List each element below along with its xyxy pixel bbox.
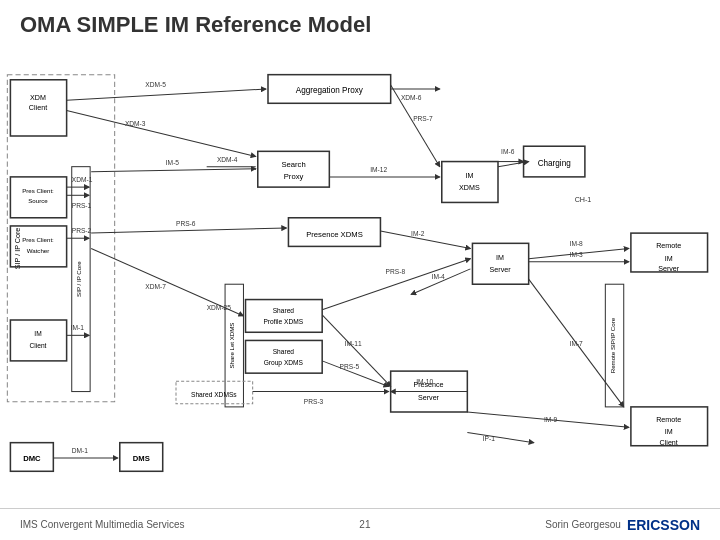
svg-text:IM-10: IM-10	[416, 378, 433, 385]
svg-text:DMC: DMC	[23, 454, 41, 463]
footer-center: 21	[359, 519, 370, 530]
svg-text:Presence XDMS: Presence XDMS	[306, 230, 363, 239]
footer: IMS Convergent Multimedia Services 21 So…	[0, 508, 720, 540]
svg-text:Client: Client	[29, 104, 47, 112]
svg-text:Aggregation Proxy: Aggregation Proxy	[296, 86, 364, 95]
svg-text:Remote: Remote	[656, 242, 681, 250]
svg-line-58	[67, 89, 266, 100]
svg-text:Group XDMS: Group XDMS	[264, 359, 304, 367]
svg-text:Server: Server	[490, 266, 512, 274]
svg-text:Shared: Shared	[273, 307, 295, 314]
svg-text:XDMS: XDMS	[459, 184, 480, 192]
footer-right: Sorin Georgesou	[545, 519, 621, 530]
svg-rect-38	[246, 300, 323, 333]
svg-text:IM-9: IM-9	[544, 416, 558, 423]
svg-text:Client: Client	[660, 439, 678, 447]
svg-rect-35	[472, 243, 528, 284]
svg-text:XDM: XDM	[30, 94, 46, 102]
svg-line-109	[467, 432, 533, 442]
svg-text:SIP / IP Core: SIP / IP Core	[14, 228, 22, 269]
svg-text:XDM-5: XDM-5	[145, 81, 166, 88]
svg-text:Remote: Remote	[656, 416, 681, 424]
svg-text:IM-2: IM-2	[411, 230, 425, 237]
svg-text:IM: IM	[496, 254, 504, 262]
svg-text:PRS-1: PRS-1	[72, 202, 92, 209]
svg-text:SIP / IP Core: SIP / IP Core	[75, 261, 82, 297]
svg-text:XDM-3: XDM-3	[125, 120, 146, 127]
svg-text:Shared: Shared	[273, 348, 295, 355]
svg-text:Server: Server	[418, 394, 440, 402]
svg-text:CH-1: CH-1	[575, 196, 592, 204]
svg-text:IM-1: IM-1	[71, 324, 85, 331]
svg-text:IM-4: IM-4	[432, 273, 446, 280]
ericsson-logo: ERICSSON	[627, 517, 700, 533]
svg-text:XDM-25: XDM-25	[207, 304, 232, 311]
charging-label: Charging	[538, 159, 572, 168]
svg-text:IM: IM	[465, 172, 473, 180]
svg-text:DM-1: DM-1	[72, 447, 89, 454]
svg-text:Client: Client	[30, 342, 47, 349]
svg-text:Share Let XDMS: Share Let XDMS	[228, 323, 235, 369]
svg-text:Profile XDMS: Profile XDMS	[263, 318, 303, 325]
svg-text:Source: Source	[28, 197, 48, 204]
svg-text:PRS-8: PRS-8	[386, 268, 406, 275]
svg-line-94	[322, 315, 390, 387]
diagram-container: XDM Client SIP / IP Core Pres Client: So…	[0, 44, 720, 504]
svg-text:IM-7: IM-7	[570, 340, 584, 347]
footer-left: IMS Convergent Multimedia Services	[20, 519, 185, 530]
svg-text:Proxy: Proxy	[284, 172, 304, 181]
svg-line-104	[322, 259, 470, 310]
svg-text:Shared XDMSs: Shared XDMSs	[191, 391, 237, 398]
svg-text:PRS-6: PRS-6	[176, 220, 196, 227]
svg-text:IM-5: IM-5	[166, 159, 180, 166]
svg-text:PRS-3: PRS-3	[304, 398, 324, 405]
svg-text:Pres Client:: Pres Client:	[22, 187, 54, 194]
svg-line-74	[91, 228, 286, 233]
page-title: OMA SIMPLE IM Reference Model	[0, 0, 720, 44]
svg-text:DMS: DMS	[133, 454, 150, 463]
svg-rect-41	[246, 340, 323, 373]
svg-rect-26	[258, 151, 330, 187]
svg-text:XDM-1: XDM-1	[72, 176, 93, 183]
svg-rect-11	[10, 320, 66, 361]
svg-text:Watcher: Watcher	[27, 247, 50, 254]
svg-text:IM-6: IM-6	[501, 148, 515, 155]
svg-text:PRS-5: PRS-5	[340, 363, 360, 370]
svg-text:IP-1: IP-1	[483, 435, 495, 442]
svg-text:IM: IM	[34, 330, 41, 337]
svg-text:IM: IM	[665, 255, 673, 263]
svg-text:IM-12: IM-12	[370, 166, 387, 173]
svg-text:PRS-7: PRS-7	[413, 115, 433, 122]
svg-text:Remote SIP/IP Core: Remote SIP/IP Core	[609, 317, 616, 373]
svg-text:PRS-2: PRS-2	[72, 227, 92, 234]
svg-text:IM-11: IM-11	[345, 340, 362, 347]
svg-line-84	[380, 231, 470, 248]
svg-rect-29	[442, 162, 498, 203]
svg-text:Pres Client:: Pres Client:	[22, 236, 54, 243]
svg-text:XDM-4: XDM-4	[217, 156, 238, 163]
svg-line-60	[67, 110, 256, 156]
svg-text:XDM-6: XDM-6	[401, 94, 422, 101]
svg-text:Server: Server	[658, 265, 680, 273]
svg-text:IM: IM	[665, 428, 673, 436]
svg-text:IM-8: IM-8	[570, 240, 584, 247]
svg-line-70	[91, 169, 256, 172]
svg-text:Search: Search	[281, 160, 305, 169]
svg-text:XDM-7: XDM-7	[145, 283, 166, 290]
